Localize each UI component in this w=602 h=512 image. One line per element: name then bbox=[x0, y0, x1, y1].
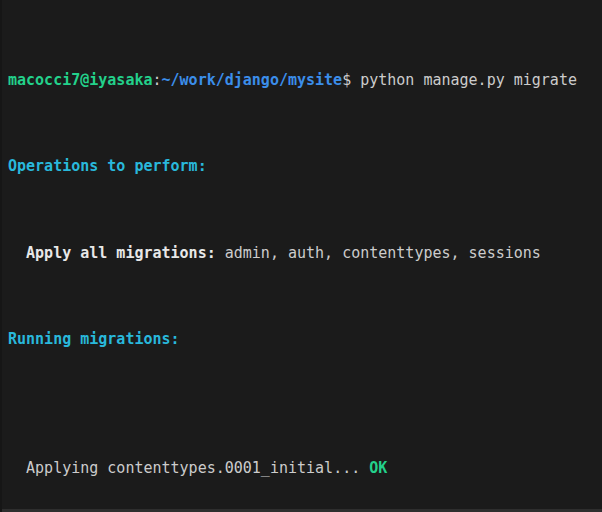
prompt-separator: : bbox=[153, 71, 162, 89]
migration-name: contenttypes.0001_initial bbox=[107, 459, 333, 477]
migration-row: Applying contenttypes.0001_initial... OK bbox=[8, 458, 602, 480]
apply-all-label: Apply all migrations: bbox=[8, 244, 216, 262]
command-line: macocci7@iyasaka:~/work/django/mysite$ p… bbox=[8, 70, 602, 92]
apply-all-line: Apply all migrations: admin, auth, conte… bbox=[8, 243, 602, 265]
prompt-user-host: macocci7@iyasaka bbox=[8, 71, 153, 89]
applying-prefix: Applying bbox=[8, 459, 107, 477]
ellipsis: ... bbox=[333, 459, 369, 477]
prompt-dollar: $ bbox=[342, 71, 360, 89]
prompt-path: ~/work/django/mysite bbox=[162, 71, 343, 89]
operations-heading: Operations to perform: bbox=[8, 156, 602, 178]
running-heading: Running migrations: bbox=[8, 329, 602, 351]
terminal-output: macocci7@iyasaka:~/work/django/mysite$ p… bbox=[2, 0, 602, 512]
migration-list: Applying contenttypes.0001_initial... OK… bbox=[8, 415, 602, 512]
command-text: python manage.py migrate bbox=[360, 71, 577, 89]
apply-all-list: admin, auth, contenttypes, sessions bbox=[216, 244, 541, 262]
terminal-window[interactable]: macocci7@iyasaka:~/work/django/mysite$ p… bbox=[0, 0, 602, 512]
ok-badge: OK bbox=[369, 459, 387, 477]
